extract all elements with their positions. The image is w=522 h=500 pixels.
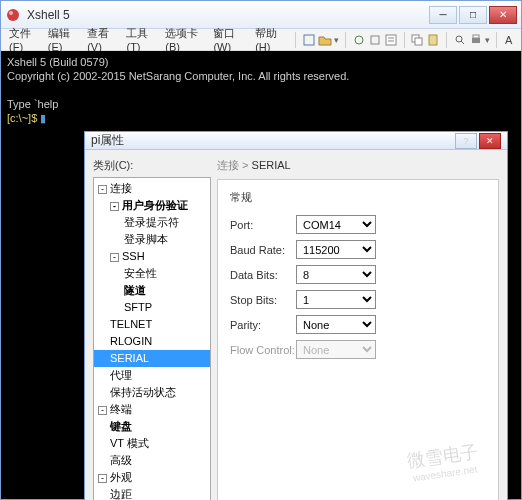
- window-title: Xshell 5: [27, 8, 429, 22]
- properties-icon[interactable]: [384, 32, 398, 48]
- tree-item[interactable]: 键盘: [94, 418, 210, 435]
- watermark: 微雪电子 waveshare.net: [406, 442, 482, 488]
- minimize-button[interactable]: ─: [429, 6, 457, 24]
- expand-icon[interactable]: -: [98, 406, 107, 415]
- tree-item[interactable]: -外观: [94, 469, 210, 486]
- maximize-button[interactable]: □: [459, 6, 487, 24]
- parity-select[interactable]: None: [296, 315, 376, 334]
- group-label: 常规: [230, 190, 486, 205]
- dialog-titlebar: pi属性 ? ✕: [85, 132, 507, 150]
- tree-item[interactable]: 保持活动状态: [94, 384, 210, 401]
- copy-icon[interactable]: [410, 32, 424, 48]
- expand-icon[interactable]: -: [110, 202, 119, 211]
- parity-label: Parity:: [230, 319, 296, 331]
- properties-dialog: pi属性 ? ✕ 类别(C): -连接-用户身份验证登录提示符登录脚本-SSH安…: [84, 131, 508, 500]
- open-icon[interactable]: [318, 32, 332, 48]
- svg-point-1: [9, 11, 13, 15]
- terminal-line: Copyright (c) 2002-2015 NetSarang Comput…: [7, 69, 515, 83]
- tree-item[interactable]: 隧道: [94, 282, 210, 299]
- flowcontrol-label: Flow Control:: [230, 344, 296, 356]
- dialog-title: pi属性: [91, 132, 455, 149]
- tree-item[interactable]: 高级: [94, 452, 210, 469]
- tree-item[interactable]: 代理: [94, 367, 210, 384]
- tree-item[interactable]: -终端: [94, 401, 210, 418]
- app-icon: [5, 7, 21, 23]
- svg-line-11: [461, 41, 464, 44]
- databits-label: Data Bits:: [230, 269, 296, 281]
- svg-point-0: [7, 9, 19, 21]
- category-label: 类别(C):: [93, 158, 211, 173]
- print-icon[interactable]: [469, 32, 483, 48]
- tree-item[interactable]: 登录脚本: [94, 231, 210, 248]
- dialog-help-button[interactable]: ?: [455, 133, 477, 149]
- expand-icon[interactable]: -: [110, 253, 119, 262]
- databits-select[interactable]: 8: [296, 265, 376, 284]
- tree-item[interactable]: -SSH: [94, 248, 210, 265]
- dialog-close-button[interactable]: ✕: [479, 133, 501, 149]
- port-select[interactable]: COM14: [296, 215, 376, 234]
- tree-item[interactable]: 登录提示符: [94, 214, 210, 231]
- svg-rect-9: [429, 35, 437, 45]
- svg-rect-4: [386, 35, 396, 45]
- prompt: [c:\~]$: [7, 112, 40, 124]
- expand-icon[interactable]: -: [98, 185, 107, 194]
- svg-text:A: A: [505, 34, 513, 46]
- stopbits-label: Stop Bits:: [230, 294, 296, 306]
- svg-rect-8: [415, 38, 422, 45]
- tree-item[interactable]: TELNET: [94, 316, 210, 333]
- breadcrumb: 连接 > SERIAL: [217, 158, 499, 173]
- tree-item[interactable]: -用户身份验证: [94, 197, 210, 214]
- new-icon[interactable]: [302, 32, 316, 48]
- paste-icon[interactable]: [426, 32, 440, 48]
- baud-label: Baud Rate:: [230, 244, 296, 256]
- tree-item[interactable]: SERIAL: [94, 350, 210, 367]
- terminal-line: Type `help: [7, 97, 515, 111]
- svg-rect-12: [472, 38, 480, 43]
- tree-item[interactable]: -连接: [94, 180, 210, 197]
- expand-icon[interactable]: -: [98, 474, 107, 483]
- serial-settings-panel: 常规 Port: COM14 Baud Rate: 115200 Data Bi…: [217, 179, 499, 500]
- search-icon[interactable]: [453, 32, 467, 48]
- main-window: Xshell 5 ─ □ ✕ 文件(F) 编辑(E) 查看(V) 工具(T) 选…: [0, 0, 522, 500]
- terminal-line: Xshell 5 (Build 0579): [7, 55, 515, 69]
- svg-rect-2: [304, 35, 314, 45]
- reconnect-icon[interactable]: [352, 32, 366, 48]
- tree-item[interactable]: VT 模式: [94, 435, 210, 452]
- tree-item[interactable]: 边距: [94, 486, 210, 500]
- baud-select[interactable]: 115200: [296, 240, 376, 259]
- tree-item[interactable]: 安全性: [94, 265, 210, 282]
- category-tree[interactable]: -连接-用户身份验证登录提示符登录脚本-SSH安全性隧道SFTPTELNETRL…: [93, 177, 211, 500]
- svg-rect-13: [473, 35, 479, 38]
- font-icon[interactable]: A: [503, 32, 517, 48]
- svg-rect-3: [371, 36, 379, 44]
- port-label: Port:: [230, 219, 296, 231]
- close-button[interactable]: ✕: [489, 6, 517, 24]
- menubar: 文件(F) 编辑(E) 查看(V) 工具(T) 选项卡(B) 窗口(W) 帮助(…: [1, 29, 521, 51]
- flowcontrol-select: None: [296, 340, 376, 359]
- terminal[interactable]: Xshell 5 (Build 0579) Copyright (c) 2002…: [1, 51, 521, 499]
- stopbits-select[interactable]: 1: [296, 290, 376, 309]
- tree-item[interactable]: SFTP: [94, 299, 210, 316]
- tree-item[interactable]: RLOGIN: [94, 333, 210, 350]
- disconnect-icon[interactable]: [368, 32, 382, 48]
